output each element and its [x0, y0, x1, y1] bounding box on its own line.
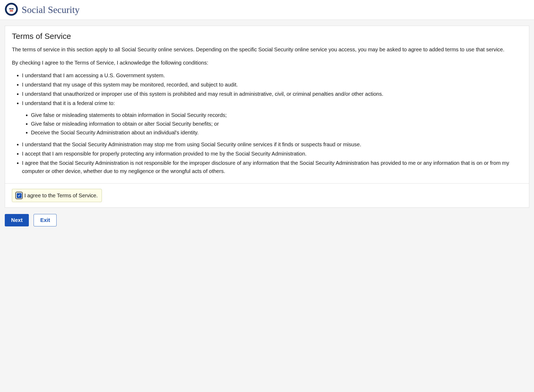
main-container: Terms of Service The terms of service in…	[0, 20, 534, 234]
terms-card: Terms of Service The terms of service in…	[5, 26, 529, 208]
terms-intro: The terms of service in this section app…	[12, 45, 522, 53]
checkbox-checked-icon	[17, 193, 22, 198]
site-header: Social Security	[0, 0, 534, 20]
condition-item: I understand that it is a federal crime …	[22, 99, 522, 137]
condition-item: I understand that unauthorized or improp…	[22, 90, 522, 98]
exit-button[interactable]: Exit	[34, 214, 57, 226]
condition-text: I understand that it is a federal crime …	[22, 100, 115, 106]
condition-item: I understand that the Social Security Ad…	[22, 140, 522, 149]
crime-sublist: Give false or misleading statements to o…	[22, 111, 522, 137]
crime-item: Give false or misleading information to …	[31, 120, 522, 128]
agree-checkbox-container[interactable]: I agree to the Terms of Service.	[12, 189, 102, 202]
ssa-seal-icon	[5, 3, 18, 17]
next-button[interactable]: Next	[5, 214, 29, 226]
crime-item: Give false or misleading statements to o…	[31, 111, 522, 119]
agree-label: I agree to the Terms of Service.	[24, 193, 98, 199]
terms-footer: I agree to the Terms of Service.	[5, 184, 529, 207]
crime-item: Deceive the Social Security Administrati…	[31, 129, 522, 137]
condition-item: I understand that I am accessing a U.S. …	[22, 71, 522, 80]
brand-title: Social Security	[22, 4, 80, 15]
conditions-intro: By checking I agree to the Terms of Serv…	[12, 59, 522, 67]
button-row: Next Exit	[5, 208, 529, 226]
condition-item: I understand that my usage of this syste…	[22, 81, 522, 89]
terms-body: Terms of Service The terms of service in…	[5, 26, 529, 184]
agree-checkbox[interactable]	[15, 192, 23, 199]
condition-item: I accept that I am responsible for prope…	[22, 150, 522, 158]
svg-point-1	[7, 4, 16, 14]
condition-item: I agree that the Social Security Adminis…	[22, 159, 522, 175]
page-title: Terms of Service	[12, 32, 522, 41]
conditions-list: I understand that I am accessing a U.S. …	[12, 71, 522, 175]
